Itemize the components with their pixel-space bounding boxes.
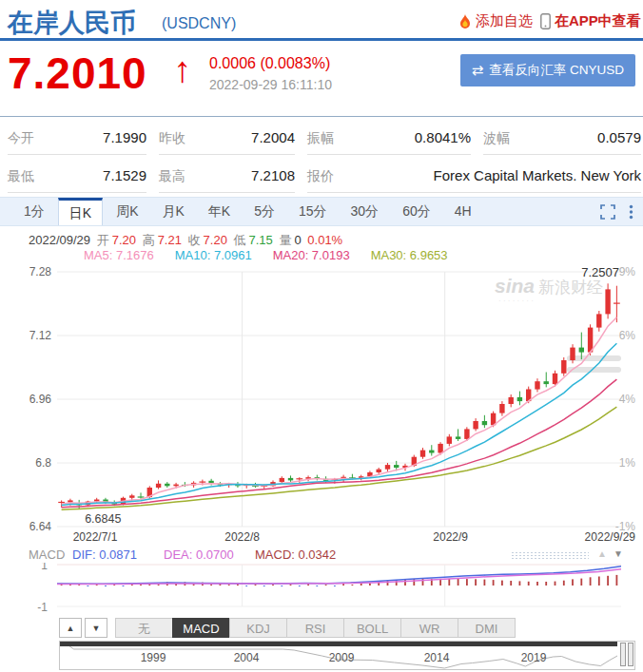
ma-line-10 <box>62 343 617 505</box>
indicator-tabs: ▲ ▼ 无MACDKDJRSIBOLLWRDMI <box>59 618 516 638</box>
vol-value: 0 <box>294 233 301 247</box>
stat-value: 0.0579 <box>597 129 641 145</box>
kebab-menu-icon[interactable] <box>629 204 633 220</box>
stat-cell: 昨收7.2004 <box>159 117 295 155</box>
panel-collapse-up-icon[interactable]: ▲ <box>597 548 607 559</box>
fullscreen-icon[interactable] <box>600 204 615 220</box>
hist-bar <box>105 586 107 586</box>
period-tab[interactable]: 30分 <box>341 198 390 225</box>
period-tabs: 1分日K周K月K年K5分15分30分60分4H <box>0 197 643 226</box>
period-tab[interactable]: 周K <box>106 198 148 225</box>
stat-value: 7.1990 <box>103 129 146 145</box>
candle-body <box>377 470 381 472</box>
hist-bar <box>299 586 301 586</box>
hist-bar <box>272 585 274 586</box>
stat-value: Forex Capital Markets. New York <box>434 167 641 183</box>
indicator-down-button[interactable]: ▼ <box>85 618 107 638</box>
navigator-range-bar[interactable] <box>60 642 617 646</box>
add-watchlist-link[interactable]: 添加自选 <box>458 12 533 30</box>
right-axis-label: 6% <box>619 329 636 342</box>
low-label: 低 <box>234 233 246 247</box>
hist-bar <box>519 581 521 586</box>
hist-bar <box>528 582 530 586</box>
panel-collapse-down-icon[interactable]: ▼ <box>614 548 623 559</box>
ohlc-info: 2022/09/29 开7.20 高7.21 收7.20 低7.15 量0 0.… <box>29 232 345 249</box>
period-tab[interactable]: 5分 <box>244 198 285 225</box>
candle-body <box>561 360 566 374</box>
low-annotation: 6.6845 <box>85 512 121 526</box>
right-axis-label: 1% <box>619 456 636 470</box>
high-value: 7.21 <box>158 233 182 247</box>
history-navigator[interactable]: 19992004200920142019 <box>59 641 635 670</box>
period-tab[interactable]: 60分 <box>392 198 441 225</box>
hist-bar <box>140 585 142 586</box>
panel-drag-handle[interactable] <box>511 551 589 560</box>
watermark: 新浪财经 <box>538 278 603 297</box>
stat-cell: 报价Forex Capital Markets. New York <box>307 155 641 193</box>
candle-body <box>429 451 434 453</box>
symbol-label: (USDCNY) <box>162 15 236 32</box>
change-pct-value: 0.01% <box>307 233 342 247</box>
hist-bar <box>123 586 125 586</box>
candle-body <box>482 421 487 425</box>
hist-bar <box>572 579 574 586</box>
hist-bar <box>255 585 257 586</box>
indicator-up-button[interactable]: ▲ <box>59 618 82 638</box>
hist-bar <box>88 586 89 586</box>
candle-body <box>280 478 284 482</box>
candle-body <box>535 381 539 389</box>
candle-body <box>156 484 161 488</box>
hist-bar <box>501 581 503 586</box>
navigator-scroll-handle[interactable] <box>620 643 633 666</box>
hist-bar <box>545 582 547 586</box>
hist-bar <box>458 579 459 586</box>
ma-line-30 <box>62 407 617 509</box>
flame-icon <box>458 14 472 29</box>
indicator-tab[interactable]: KDJ <box>229 618 287 638</box>
candle-body <box>464 429 469 439</box>
chart-toolbar <box>600 204 633 220</box>
candle-body <box>579 348 584 353</box>
indicator-tab[interactable]: MACD <box>172 618 230 638</box>
macd-title: MACD <box>29 547 65 562</box>
hist-bar <box>325 585 327 586</box>
watermark: · · · · · · · · <box>498 297 534 305</box>
stat-label: 今开 <box>8 130 34 147</box>
view-in-app-link[interactable]: 在APP中查看 <box>540 12 641 30</box>
candle-body <box>420 451 425 457</box>
stat-label: 报价 <box>307 168 334 185</box>
candle-body <box>394 465 399 468</box>
page-header: 在岸人民币 (USDCNY) 添加自选 在APP中查看 <box>0 0 643 41</box>
period-tab[interactable]: 15分 <box>288 198 338 225</box>
macd-chart[interactable]: 1-1 <box>0 563 643 616</box>
indicator-tab[interactable]: BOLL <box>343 618 401 638</box>
hist-bar <box>466 579 468 586</box>
indicator-tab[interactable]: RSI <box>286 618 344 638</box>
reverse-rate-button[interactable]: ⇄ 查看反向汇率 CNYUSD <box>460 54 635 86</box>
main-chart[interactable]: 7.289%7.126%6.964%6.81%6.64-1%sina新浪财经· … <box>0 264 643 547</box>
hist-bar <box>616 575 618 586</box>
hist-bar <box>210 585 212 586</box>
stat-cell: 最高7.2108 <box>159 155 295 193</box>
candle-body <box>456 436 460 439</box>
period-tab[interactable]: 1分 <box>13 198 55 225</box>
stat-value: 7.2004 <box>251 129 295 145</box>
price-up-arrow: ↑ <box>173 49 191 90</box>
period-tab[interactable]: 日K <box>58 198 103 225</box>
nav-year-label: 2004 <box>234 651 260 664</box>
period-tab[interactable]: 年K <box>198 198 241 225</box>
hist-bar <box>598 577 600 586</box>
indicator-tab[interactable]: 无 <box>115 618 173 638</box>
indicator-tab[interactable]: DMI <box>458 618 516 638</box>
stat-value: 7.1529 <box>103 167 146 183</box>
hist-bar <box>563 581 565 586</box>
stat-label: 振幅 <box>307 130 334 147</box>
candle-body <box>473 421 477 429</box>
price-change: 0.0006 (0.0083%) <box>209 55 330 72</box>
period-tab[interactable]: 4H <box>444 198 482 225</box>
nav-year-label: 1999 <box>141 651 166 664</box>
add-watchlist-label: 添加自选 <box>476 12 533 30</box>
indicator-tab[interactable]: WR <box>400 618 458 638</box>
period-tab[interactable]: 月K <box>151 198 194 225</box>
stat-cell: 今开7.1990 <box>8 117 146 155</box>
